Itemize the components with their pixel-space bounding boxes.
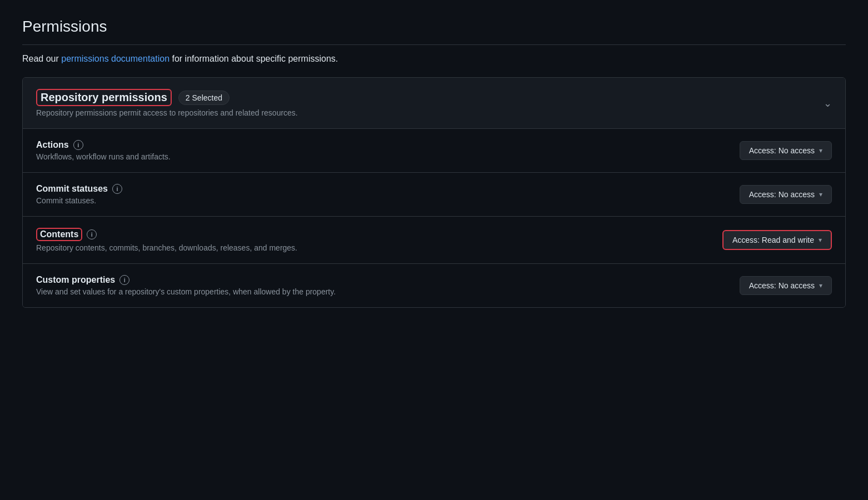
access-label-actions: Access: No access [749, 146, 815, 155]
description-prefix: Read our [22, 54, 61, 63]
info-icon-commit-statuses: i [112, 184, 122, 194]
access-dropdown-actions[interactable]: Access: No access ▾ [740, 141, 832, 160]
title-divider [22, 44, 846, 45]
permission-title-contents: Contents [36, 228, 82, 241]
dropdown-arrow-actions: ▾ [819, 147, 822, 154]
access-label-contents: Access: Read and write [732, 236, 814, 244]
selected-badge: 2 Selected [178, 91, 230, 105]
permission-title-row-commit-statuses: Commit statuses i [36, 184, 122, 194]
page-title: Permissions [22, 18, 846, 36]
permission-title-commit-statuses: Commit statuses [36, 184, 108, 194]
permission-desc-actions: Workflows, workflow runs and artifacts. [36, 152, 171, 161]
permission-title-row-contents: Contents i [36, 228, 297, 241]
permission-row-contents: Contents i Repository contents, commits,… [23, 217, 845, 264]
dropdown-arrow-contents: ▾ [819, 236, 822, 244]
permission-left-contents: Contents i Repository contents, commits,… [36, 228, 297, 252]
chevron-down-icon[interactable]: ⌄ [824, 97, 832, 109]
permission-title-row-actions: Actions i [36, 140, 171, 150]
access-label-custom-properties: Access: No access [749, 281, 815, 290]
info-icon-actions: i [73, 140, 83, 150]
dropdown-arrow-custom-properties: ▾ [819, 282, 822, 289]
section-subtitle: Repository permissions permit access to … [36, 108, 298, 117]
section-header-left: Repository permissions 2 Selected Reposi… [36, 89, 298, 117]
permission-desc-commit-statuses: Commit statuses. [36, 196, 122, 205]
access-dropdown-custom-properties[interactable]: Access: No access ▾ [740, 276, 832, 295]
section-header: Repository permissions 2 Selected Reposi… [23, 78, 845, 129]
permissions-docs-link[interactable]: permissions documentation [61, 54, 169, 63]
permission-left-commit-statuses: Commit statuses i Commit statuses. [36, 184, 122, 205]
info-icon-custom-properties: i [119, 275, 129, 285]
permission-desc-custom-properties: View and set values for a repository's c… [36, 287, 336, 296]
section-title: Repository permissions [36, 89, 172, 106]
access-label-commit-statuses: Access: No access [749, 190, 815, 199]
permission-row-custom-properties: Custom properties i View and set values … [23, 264, 845, 307]
info-icon-contents: i [87, 229, 97, 239]
permission-left-custom-properties: Custom properties i View and set values … [36, 275, 336, 296]
permission-title-actions: Actions [36, 140, 69, 150]
section-header-title-row: Repository permissions 2 Selected [36, 89, 298, 106]
access-dropdown-contents[interactable]: Access: Read and write ▾ [722, 230, 832, 250]
description-text: Read our permissions documentation for i… [22, 54, 846, 64]
access-dropdown-commit-statuses[interactable]: Access: No access ▾ [740, 185, 832, 204]
permission-desc-contents: Repository contents, commits, branches, … [36, 243, 297, 252]
description-suffix: for information about specific permissio… [169, 54, 338, 63]
repository-permissions-card: Repository permissions 2 Selected Reposi… [22, 77, 846, 308]
permission-left-actions: Actions i Workflows, workflow runs and a… [36, 140, 171, 161]
permission-row-commit-statuses: Commit statuses i Commit statuses. Acces… [23, 173, 845, 217]
dropdown-arrow-commit-statuses: ▾ [819, 191, 822, 198]
permission-row-actions: Actions i Workflows, workflow runs and a… [23, 129, 845, 173]
permission-title-row-custom-properties: Custom properties i [36, 275, 336, 285]
permission-title-custom-properties: Custom properties [36, 275, 115, 285]
